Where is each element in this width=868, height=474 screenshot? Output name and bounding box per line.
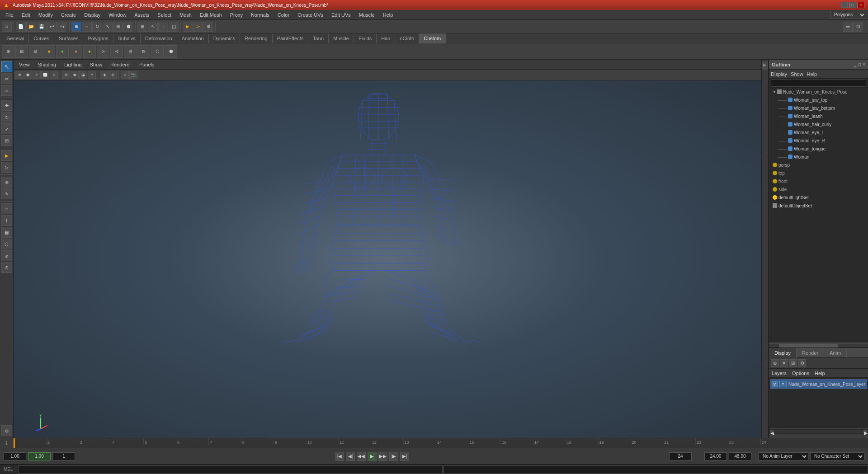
- shelf-icon-3[interactable]: ⊟: [29, 45, 42, 58]
- mel-input[interactable]: [18, 465, 443, 474]
- outliner-menu-display[interactable]: Display: [771, 71, 787, 77]
- move-tool-btn[interactable]: ✚: [1, 100, 12, 111]
- anim-layer-select[interactable]: No Anim Layer: [759, 452, 808, 460]
- outliner-restore-btn[interactable]: □: [858, 62, 861, 67]
- soft-mod-btn[interactable]: ⬟: [123, 22, 133, 32]
- outliner-scrollbar-h[interactable]: [769, 342, 868, 347]
- annotation-btn[interactable]: ✎: [1, 188, 12, 199]
- vp-heads-up-btn[interactable]: ℹ: [50, 71, 58, 79]
- frame-start-field[interactable]: 1.00: [4, 452, 26, 460]
- render-settings-btn[interactable]: ⚙: [203, 22, 213, 32]
- layer-row-main[interactable]: V T Nude_Woman_on_Knees_Pose_layer: [770, 379, 867, 389]
- tree-item-default-light-set[interactable]: defaultLightSet: [769, 193, 868, 202]
- shelf-icon-10[interactable]: ⊴: [124, 45, 137, 58]
- save-scene-btn[interactable]: 💾: [37, 22, 47, 32]
- translate-btn[interactable]: ↔: [82, 22, 92, 32]
- layer-menu-layers[interactable]: Layers: [772, 371, 787, 376]
- layer-tab-render[interactable]: Render: [797, 348, 824, 358]
- shelf-icon-9[interactable]: ⊲: [110, 45, 123, 58]
- menu-help[interactable]: Help: [379, 11, 397, 19]
- shelf-tab-toon[interactable]: Toon: [308, 33, 329, 43]
- layer-menu-help[interactable]: Help: [815, 371, 825, 376]
- snap-point-btn[interactable]: ·: [158, 22, 168, 32]
- surface-settings-btn[interactable]: ▦: [1, 227, 12, 238]
- vp-menu-shading[interactable]: Shading: [34, 61, 60, 68]
- rotate-tool-btn[interactable]: ↻: [1, 112, 12, 122]
- shelf-icon-4[interactable]: ★: [42, 45, 55, 58]
- play-back-btn[interactable]: ◀◀: [357, 452, 366, 461]
- vp-wireframe-btn[interactable]: ⊞: [62, 71, 70, 79]
- vp-film-gate-btn[interactable]: ⬜: [41, 71, 49, 79]
- vp-xray-btn[interactable]: ⊛: [108, 71, 117, 79]
- tree-item-default-object-set[interactable]: defaultObjectSet: [769, 202, 868, 210]
- vp-grid-btn[interactable]: #: [33, 71, 41, 79]
- shelf-tab-animation[interactable]: Animation: [177, 33, 209, 43]
- scale-tool-btn[interactable]: ⤢: [1, 123, 12, 134]
- render-btn[interactable]: ▶: [1, 150, 12, 161]
- play-forward-btn[interactable]: ▶: [368, 452, 377, 461]
- shelf-icon-6[interactable]: ●: [70, 45, 82, 58]
- sculpt-btn[interactable]: ○: [1, 85, 12, 96]
- layer-menu-options[interactable]: Options: [792, 371, 809, 376]
- shelf-tab-surfaces[interactable]: Surfaces: [54, 33, 83, 43]
- vp-shadow-btn[interactable]: ◑: [100, 71, 108, 79]
- select-mode-btn[interactable]: ↖: [1, 61, 12, 72]
- shelf-icon-13[interactable]: ⬢: [165, 45, 177, 58]
- go-to-start-btn[interactable]: |◀: [335, 452, 344, 461]
- menu-normals[interactable]: Normals: [247, 11, 273, 19]
- menu-file[interactable]: File: [2, 11, 17, 19]
- tree-item-jaw-top[interactable]: —— Woman_jaw_top: [769, 96, 868, 104]
- new-scene-btn[interactable]: 📄: [16, 22, 26, 32]
- rotate-btn[interactable]: ↻: [92, 22, 102, 32]
- menu-assets[interactable]: Assets: [131, 11, 153, 19]
- shelf-tab-polygons[interactable]: Polygons: [83, 33, 113, 43]
- menu-mesh[interactable]: Mesh: [176, 11, 195, 19]
- tree-item-persp[interactable]: persp: [769, 161, 868, 169]
- minimize-button[interactable]: _: [841, 2, 848, 8]
- menu-window[interactable]: Window: [105, 11, 130, 19]
- anim-settings-btn[interactable]: ⏱: [1, 262, 12, 273]
- vp-snapshot-btn[interactable]: 📷: [129, 71, 137, 79]
- tree-item-eye-r[interactable]: —— Woman_eye_R: [769, 136, 868, 145]
- tree-item-tongue[interactable]: —— Woman_tongue: [769, 145, 868, 153]
- shelf-icon-1[interactable]: ⊕: [2, 45, 14, 58]
- deform-settings-btn[interactable]: ⌀: [1, 250, 12, 261]
- vp-menu-lighting[interactable]: Lighting: [61, 61, 85, 68]
- tree-item-hair-curly[interactable]: —— Woman_hair_curly: [769, 120, 868, 128]
- outliner-close-btn[interactable]: ×: [863, 62, 865, 67]
- mode-selector[interactable]: Polygons: [830, 11, 866, 19]
- go-to-end-btn[interactable]: ▶|: [400, 452, 409, 461]
- close-button[interactable]: ×: [857, 2, 864, 8]
- tree-item-leash[interactable]: —— Woman_leash: [769, 112, 868, 120]
- shelf-tab-ncloth[interactable]: nCloth: [395, 33, 419, 43]
- shelf-tab-fluids[interactable]: Fluids: [354, 33, 377, 43]
- vp-menu-show[interactable]: Show: [86, 61, 106, 68]
- layer-tab-anim[interactable]: Anim: [824, 348, 847, 358]
- outliner-search-input[interactable]: [771, 80, 866, 87]
- tree-item-root[interactable]: ▼ Nude_Woman_on_Knees_Pose: [769, 88, 868, 96]
- maximize-button[interactable]: □: [849, 2, 856, 8]
- redo-btn[interactable]: ↪: [57, 22, 67, 32]
- curve-settings-btn[interactable]: ⌇: [1, 215, 12, 226]
- vp-cam-book-btn[interactable]: ▣: [24, 71, 32, 79]
- layer-scroll-right-btn[interactable]: ▶: [863, 430, 867, 433]
- shelf-tab-general[interactable]: General: [2, 33, 29, 43]
- layer-type-btn[interactable]: T: [779, 381, 787, 387]
- toolbox-btn[interactable]: ⊛: [1, 425, 12, 436]
- layer-delete-btn[interactable]: ✕: [780, 359, 788, 367]
- range-end-field[interactable]: 48.00: [729, 452, 751, 460]
- title-bar-controls[interactable]: _ □ ×: [841, 2, 864, 8]
- shelf-icon-12[interactable]: ⬡: [151, 45, 164, 58]
- paint-btn[interactable]: ✏: [1, 73, 12, 84]
- tree-item-jaw-bottom[interactable]: —— Woman_jaw_bottom: [769, 104, 868, 112]
- layer-tab-display[interactable]: Display: [769, 348, 797, 358]
- shelf-icon-8[interactable]: ⊳: [97, 45, 109, 58]
- open-scene-btn[interactable]: 📂: [26, 22, 36, 32]
- shelf-tab-custom[interactable]: Custom: [419, 33, 446, 43]
- display-prefs-btn[interactable]: ⚏: [843, 22, 853, 32]
- tree-collapse-btn[interactable]: ▼: [773, 90, 776, 94]
- viewport-canvas[interactable]: X Y Z: [14, 80, 761, 438]
- mel-result[interactable]: [443, 465, 868, 474]
- menu-edit-mesh[interactable]: Edit Mesh: [196, 11, 226, 19]
- shelf-tab-painteffects[interactable]: PaintEffects: [273, 33, 309, 43]
